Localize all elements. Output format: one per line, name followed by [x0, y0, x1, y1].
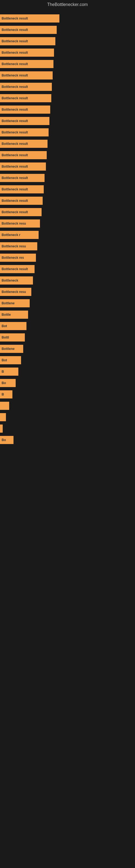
- bar-row: B: [0, 390, 135, 399]
- bar-row: Bottlene: [0, 344, 135, 354]
- bar-row: Bo: [0, 435, 135, 445]
- bar-item: Bottleneck result: [0, 128, 49, 136]
- bar-item: Bottleneck result: [0, 83, 52, 91]
- bar-item: Bottle: [0, 311, 28, 319]
- bar-row: Bottleneck result: [0, 264, 135, 274]
- bar-item: [0, 425, 3, 433]
- bar-item: Bottleneck result: [0, 49, 54, 57]
- bar-item: Bottleneck result: [0, 151, 47, 159]
- bar-item: Bottleneck result: [0, 197, 43, 205]
- bar-row: Bottleneck result: [0, 48, 135, 58]
- bar-row: Bo: [0, 378, 135, 388]
- bar-item: Bottleneck result: [0, 265, 35, 273]
- bar-row: Bottleneck result: [0, 105, 135, 115]
- bar-item: Bottleneck resu: [0, 288, 31, 296]
- bar-item: Bo: [0, 436, 13, 444]
- bar-row: [0, 424, 135, 433]
- bar-item: Bottlene: [0, 345, 23, 353]
- bar-row: Bottleneck result: [0, 207, 135, 217]
- bar-item: Bot: [0, 356, 21, 364]
- bar-item: B: [0, 390, 12, 399]
- bar-item: Bottleneck result: [0, 185, 44, 193]
- bar-row: Bottlene: [0, 299, 135, 308]
- bar-row: Bottleneck result: [0, 93, 135, 103]
- bar-row: Bottleneck result: [0, 70, 135, 80]
- bar-item: Bottleneck result: [0, 208, 42, 216]
- bar-row: Bottleneck res: [0, 253, 135, 262]
- bar-item: Bottleneck result: [0, 26, 57, 34]
- bar-row: B: [0, 367, 135, 376]
- bar-item: Bottleneck result: [0, 14, 59, 23]
- bar-item: Bottl: [0, 333, 25, 341]
- bar-item: Bottleneck result: [0, 105, 50, 114]
- bar-row: Bottleneck result: [0, 162, 135, 172]
- bar-row: Bottleneck result: [0, 184, 135, 194]
- bar-row: Bottleneck r: [0, 230, 135, 240]
- bar-row: Bot: [0, 321, 135, 331]
- bar-item: Bottleneck result: [0, 60, 53, 68]
- bar-row: Bottleneck result: [0, 196, 135, 206]
- bar-row: Bottleneck result: [0, 139, 135, 149]
- bar-item: Bottleneck result: [0, 117, 49, 125]
- bar-row: Bottleneck resu: [0, 219, 135, 228]
- bar-row: Bottle: [0, 310, 135, 319]
- bar-item: [0, 402, 9, 410]
- bar-row: Bottleneck result: [0, 150, 135, 160]
- bar-row: Bottleneck resu: [0, 287, 135, 297]
- bar-item: Bottleneck resu: [0, 219, 40, 227]
- bar-row: [0, 412, 135, 422]
- bar-item: Bottleneck result: [0, 94, 51, 102]
- bar-row: Bottleneck result: [0, 82, 135, 92]
- bar-row: Bottleneck resu: [0, 241, 135, 251]
- bar-item: Bot: [0, 322, 27, 330]
- bar-item: Bottleneck r: [0, 231, 39, 239]
- bar-row: [0, 401, 135, 411]
- bar-item: Bottleneck result: [0, 162, 46, 170]
- bar-row: Bottleneck result: [0, 13, 135, 23]
- bar-item: Bottleneck result: [0, 71, 53, 80]
- bar-item: Bo: [0, 379, 16, 387]
- bar-row: Bottleneck result: [0, 25, 135, 35]
- bar-item: Bottleneck result: [0, 174, 45, 182]
- chart-container: Bottleneck resultBottleneck resultBottle…: [0, 9, 135, 449]
- bar-item: Bottleneck: [0, 276, 33, 284]
- bar-item: Bottleneck res: [0, 254, 36, 262]
- bar-row: Bottleneck result: [0, 116, 135, 126]
- bar-item: B: [0, 368, 18, 376]
- bar-item: Bottleneck result: [0, 37, 55, 45]
- bar-row: Bottleneck result: [0, 127, 135, 137]
- bar-row: Bottl: [0, 333, 135, 342]
- bar-row: Bottleneck result: [0, 173, 135, 183]
- bar-item: Bottleneck resu: [0, 242, 37, 250]
- bar-row: Bot: [0, 355, 135, 365]
- page-title: TheBottlenecker.com: [0, 0, 135, 9]
- bar-row: Bottleneck: [0, 276, 135, 285]
- bar-item: Bottleneck result: [0, 140, 48, 148]
- bar-item: Bottlene: [0, 299, 30, 307]
- bar-item: [0, 413, 6, 421]
- bar-row: Bottleneck result: [0, 36, 135, 46]
- bar-row: Bottleneck result: [0, 59, 135, 69]
